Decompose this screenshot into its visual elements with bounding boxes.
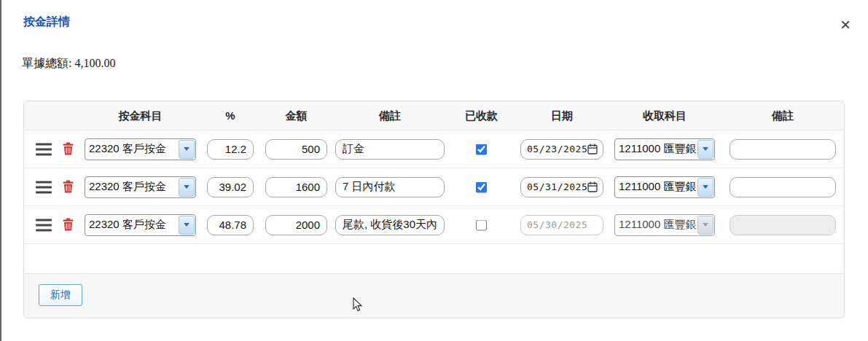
trash-icon (63, 142, 74, 155)
column-header: % (207, 101, 254, 130)
deposit-account-select[interactable]: 22320 客戶按金 (85, 176, 196, 198)
remark-input[interactable] (335, 139, 445, 160)
select-value: 22320 客戶按金 (85, 142, 178, 156)
document-total-label: 單據總額: (22, 57, 71, 69)
drag-handle[interactable] (36, 219, 52, 231)
calendar-icon (587, 144, 598, 154)
table-header-row: 按金科目%金額備註已收款日期收取科目備註 (24, 101, 844, 130)
column-header: 按金科目 (85, 101, 196, 130)
add-row-button[interactable]: 新增 (39, 284, 82, 306)
delete-row-button[interactable] (61, 218, 74, 232)
remark-input[interactable] (335, 215, 445, 235)
date-input[interactable]: 05/31/2025 (520, 177, 603, 197)
column-header: 收取科目 (614, 101, 715, 130)
chevron-down-icon (697, 178, 713, 197)
chevron-down-icon (179, 216, 195, 235)
receive-remark-input (730, 215, 836, 235)
table-body: 22320 客戶按金05/23/20251211000 匯豐銀行22320 客戶… (24, 130, 844, 244)
select-value: 22320 客戶按金 (85, 218, 178, 232)
date-input: 05/30/2025 (520, 215, 603, 235)
drag-handle[interactable] (36, 143, 52, 155)
received-checkbox[interactable] (476, 219, 487, 230)
calendar-icon (587, 181, 598, 192)
document-total-value: 4,100.00 (74, 57, 115, 69)
receiving-account-select[interactable]: 1211000 匯豐銀行 (614, 138, 715, 160)
select-value: 1211000 匯豐銀行 (615, 142, 697, 156)
date-value: 05/23/2025 (527, 144, 587, 154)
table-row: 22320 客戶按金05/23/20251211000 匯豐銀行 (24, 130, 844, 168)
drag-handle[interactable] (36, 181, 52, 193)
select-value: 22320 客戶按金 (85, 180, 178, 194)
table-row: 22320 客戶按金05/30/20251211000 匯豐銀行 (24, 206, 844, 244)
select-value: 1211000 匯豐銀行 (615, 218, 697, 232)
close-button[interactable]: × (835, 15, 856, 35)
deposit-table: 按金科目%金額備註已收款日期收取科目備註 22320 客戶按金05/23/202… (23, 101, 845, 318)
chevron-down-icon (179, 140, 195, 159)
chevron-down-icon (697, 216, 713, 235)
date-value: 05/31/2025 (527, 181, 587, 192)
amount-input[interactable] (265, 139, 327, 160)
chevron-down-icon (697, 140, 713, 159)
delete-row-button[interactable] (61, 180, 74, 195)
table-row: 22320 客戶按金05/31/20251211000 匯豐銀行 (24, 168, 844, 206)
column-header: 備註 (730, 101, 836, 130)
column-header: 備註 (335, 101, 445, 130)
receiving-account-select: 1211000 匯豐銀行 (614, 214, 715, 236)
receive-remark-input[interactable] (730, 139, 836, 160)
window-left-edge (0, 0, 1, 341)
document-total: 單據總額: 4,100.00 (22, 56, 115, 71)
percent-input[interactable] (207, 177, 254, 197)
column-header: 日期 (520, 101, 603, 130)
remark-input[interactable] (335, 177, 445, 197)
deposit-account-select[interactable]: 22320 客戶按金 (85, 138, 196, 160)
amount-input[interactable] (265, 215, 327, 235)
column-header: 金額 (265, 101, 327, 130)
amount-input[interactable] (265, 177, 327, 197)
trash-icon (63, 180, 74, 193)
chevron-down-icon (179, 178, 195, 197)
date-input[interactable]: 05/23/2025 (520, 139, 603, 160)
table-footer: 新增 (24, 273, 844, 318)
received-checkbox[interactable] (476, 144, 487, 154)
receive-remark-input[interactable] (730, 177, 836, 197)
select-value: 1211000 匯豐銀行 (615, 180, 697, 194)
column-header: 已收款 (458, 101, 505, 130)
received-checkbox[interactable] (476, 181, 487, 192)
deposit-account-select[interactable]: 22320 客戶按金 (85, 214, 196, 236)
percent-input[interactable] (207, 215, 254, 235)
receiving-account-select[interactable]: 1211000 匯豐銀行 (614, 176, 715, 198)
trash-icon (63, 218, 74, 231)
modal-title: 按金詳情 (23, 15, 70, 30)
date-value: 05/30/2025 (527, 219, 587, 230)
delete-row-button[interactable] (61, 142, 74, 157)
percent-input[interactable] (207, 139, 254, 160)
